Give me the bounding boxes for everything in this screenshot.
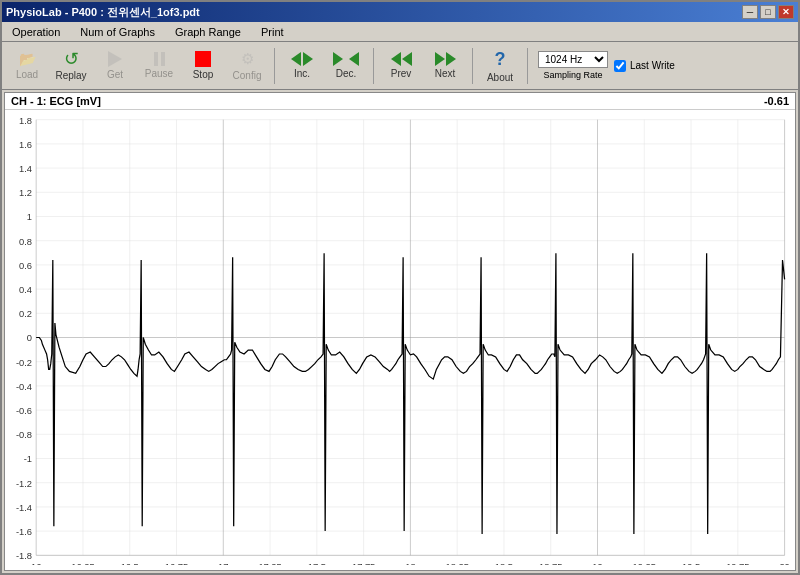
next-label: Next: [435, 68, 456, 79]
get-label: Get: [107, 69, 123, 80]
config-button[interactable]: ⚙ Config: [226, 44, 268, 88]
stop-label: Stop: [193, 69, 214, 80]
svg-text:17.25: 17.25: [258, 562, 281, 565]
menu-graph-range[interactable]: Graph Range: [169, 25, 247, 39]
stop-button[interactable]: Stop: [182, 44, 224, 88]
svg-text:-1.8: -1.8: [16, 551, 32, 561]
svg-text:0.2: 0.2: [19, 309, 32, 319]
pause-icon: [154, 52, 165, 66]
svg-text:-1.4: -1.4: [16, 503, 32, 513]
load-icon: 📂: [19, 51, 36, 67]
dec-button[interactable]: Dec.: [325, 44, 367, 88]
sampling-rate-container: 1024 Hz 512 Hz 256 Hz Sampling Rate: [538, 51, 608, 80]
svg-text:-0.6: -0.6: [16, 406, 32, 416]
toolbar: 📂 Load ↺ Replay Get Pause Stop ⚙: [2, 42, 798, 90]
channel-label: CH - 1: ECG [mV]: [11, 95, 101, 107]
inc-icon: [291, 52, 313, 66]
svg-text:-1.6: -1.6: [16, 527, 32, 537]
next-icon: [435, 52, 456, 66]
about-label: About: [487, 72, 513, 83]
svg-text:-0.4: -0.4: [16, 382, 32, 392]
minimize-button[interactable]: ─: [742, 5, 758, 19]
chart-body: 1.8 1.6 1.4 1.2 1 0.8 0.6 0.4 0.2 0 -0.2…: [5, 110, 795, 565]
get-icon: [108, 51, 122, 67]
svg-text:16.25: 16.25: [71, 562, 94, 565]
get-button[interactable]: Get: [94, 44, 136, 88]
window-controls: ─ □ ✕: [742, 5, 794, 19]
svg-text:16.75: 16.75: [165, 562, 188, 565]
prev-button[interactable]: Prev: [380, 44, 422, 88]
pause-button[interactable]: Pause: [138, 44, 180, 88]
next-button[interactable]: Next: [424, 44, 466, 88]
sampling-rate-label: Sampling Rate: [543, 70, 602, 80]
svg-text:17.5: 17.5: [308, 562, 326, 565]
replay-button[interactable]: ↺ Replay: [50, 44, 92, 88]
current-value: -0.61: [764, 95, 789, 107]
menu-num-of-graphs[interactable]: Num of Graphs: [74, 25, 161, 39]
svg-text:1.8: 1.8: [19, 116, 32, 126]
svg-text:-0.2: -0.2: [16, 358, 32, 368]
chart-header: CH - 1: ECG [mV] -0.61: [5, 93, 795, 110]
prev-icon: [391, 52, 412, 66]
svg-text:19.75: 19.75: [726, 562, 749, 565]
last-write-label: Last Write: [630, 60, 675, 71]
load-button[interactable]: 📂 Load: [6, 44, 48, 88]
prev-label: Prev: [391, 68, 412, 79]
svg-text:-1.2: -1.2: [16, 479, 32, 489]
about-icon: ?: [495, 49, 506, 70]
toolbar-separator-3: [472, 48, 473, 84]
sampling-rate-select[interactable]: 1024 Hz 512 Hz 256 Hz: [538, 51, 608, 68]
svg-text:18.75: 18.75: [539, 562, 562, 565]
svg-text:18: 18: [405, 562, 415, 565]
inc-label: Inc.: [294, 68, 310, 79]
dec-icon: [333, 52, 359, 66]
stop-icon: [195, 51, 211, 67]
toolbar-separator-4: [527, 48, 528, 84]
chart-area: CH - 1: ECG [mV] -0.61: [4, 92, 796, 571]
load-label: Load: [16, 69, 38, 80]
inc-button[interactable]: Inc.: [281, 44, 323, 88]
svg-text:18.5: 18.5: [495, 562, 513, 565]
svg-text:1: 1: [27, 213, 32, 223]
app-window: PhysioLab - P400 : 전위센서_1of3.pdt ─ □ ✕ O…: [0, 0, 800, 575]
title-bar: PhysioLab - P400 : 전위센서_1of3.pdt ─ □ ✕: [2, 2, 798, 22]
menu-bar: Operation Num of Graphs Graph Range Prin…: [2, 22, 798, 42]
replay-icon: ↺: [64, 50, 79, 68]
svg-text:1.2: 1.2: [19, 188, 32, 198]
svg-text:-0.8: -0.8: [16, 430, 32, 440]
last-write-container: Last Write: [614, 60, 675, 72]
ecg-chart: 1.8 1.6 1.4 1.2 1 0.8 0.6 0.4 0.2 0 -0.2…: [5, 110, 795, 565]
toolbar-separator-2: [373, 48, 374, 84]
menu-print[interactable]: Print: [255, 25, 290, 39]
svg-text:18.25: 18.25: [445, 562, 468, 565]
svg-text:-1: -1: [24, 455, 32, 465]
svg-text:16.5: 16.5: [121, 562, 139, 565]
svg-text:0: 0: [27, 334, 32, 344]
svg-text:17.75: 17.75: [352, 562, 375, 565]
last-write-checkbox[interactable]: [614, 60, 626, 72]
svg-text:1.6: 1.6: [19, 140, 32, 150]
svg-text:0.6: 0.6: [19, 261, 32, 271]
replay-label: Replay: [55, 70, 86, 81]
menu-operation[interactable]: Operation: [6, 25, 66, 39]
svg-text:0.4: 0.4: [19, 285, 32, 295]
toolbar-separator-1: [274, 48, 275, 84]
svg-text:16: 16: [31, 562, 41, 565]
svg-text:19.25: 19.25: [633, 562, 656, 565]
config-icon: ⚙: [241, 50, 254, 68]
maximize-button[interactable]: □: [760, 5, 776, 19]
close-button[interactable]: ✕: [778, 5, 794, 19]
window-title: PhysioLab - P400 : 전위센서_1of3.pdt: [6, 5, 742, 20]
svg-text:19: 19: [592, 562, 602, 565]
svg-text:19.5: 19.5: [682, 562, 700, 565]
svg-text:17: 17: [218, 562, 228, 565]
svg-text:20: 20: [779, 562, 789, 565]
svg-text:0.8: 0.8: [19, 237, 32, 247]
config-label: Config: [233, 70, 262, 81]
svg-text:1.4: 1.4: [19, 164, 32, 174]
pause-label: Pause: [145, 68, 173, 79]
about-button[interactable]: ? About: [479, 44, 521, 88]
dec-label: Dec.: [336, 68, 357, 79]
